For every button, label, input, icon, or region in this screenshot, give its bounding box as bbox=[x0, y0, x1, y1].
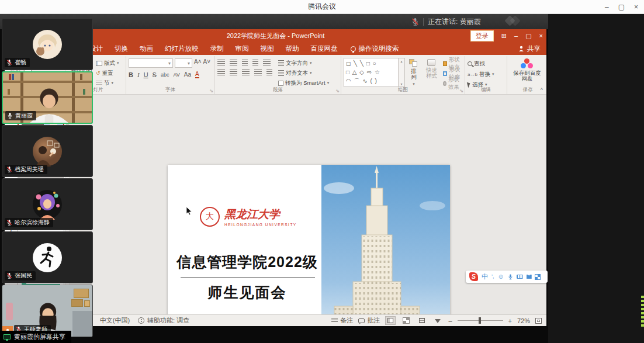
tab-record[interactable]: 录制 bbox=[205, 42, 230, 55]
find-button[interactable]: 查找 bbox=[468, 59, 504, 68]
dialog-launcher-icon[interactable]: ⇘ bbox=[459, 88, 463, 93]
screen-share-chip[interactable]: 黄丽霞的屏幕共享 bbox=[0, 331, 71, 343]
text-direction-button[interactable]: 文字方向▾ bbox=[278, 58, 329, 68]
columns-icon[interactable] bbox=[266, 70, 272, 75]
char-spacing-button[interactable]: AV bbox=[173, 72, 179, 78]
quick-styles-button[interactable]: 快速样式 bbox=[423, 58, 441, 88]
tab-review[interactable]: 审阅 bbox=[230, 42, 255, 55]
zoom-out-button[interactable]: – bbox=[448, 317, 452, 324]
participant-tile[interactable]: 崔畅 bbox=[2, 18, 93, 70]
screen-share-label: 黄丽霞的屏幕共享 bbox=[14, 332, 65, 341]
keyboard-icon[interactable] bbox=[517, 275, 523, 279]
ppt-close-button[interactable]: × bbox=[539, 32, 543, 39]
layout-icon bbox=[96, 61, 102, 66]
justify-icon[interactable] bbox=[254, 70, 262, 75]
language-status[interactable]: 中文(中国) bbox=[100, 316, 130, 325]
mic-muted-icon bbox=[6, 59, 12, 66]
align-right-icon[interactable] bbox=[242, 70, 250, 75]
bullets-icon[interactable] bbox=[217, 60, 225, 65]
skin-icon[interactable] bbox=[527, 275, 532, 279]
university-seal-icon bbox=[200, 207, 220, 227]
voice-input-icon[interactable] bbox=[508, 273, 513, 280]
mic-muted-icon bbox=[6, 272, 12, 279]
decrease-indent-icon[interactable] bbox=[242, 60, 248, 65]
ime-toolbar[interactable]: S 中 ’, ☺ bbox=[466, 271, 548, 283]
font-color-button[interactable]: A bbox=[195, 71, 199, 78]
grow-font-button[interactable]: A˄ bbox=[194, 58, 202, 68]
slideshow-view-button[interactable] bbox=[432, 316, 443, 325]
tab-animations[interactable]: 动画 bbox=[134, 42, 159, 55]
speaking-mic-icon bbox=[411, 18, 419, 26]
tab-view[interactable]: 视图 bbox=[255, 42, 280, 55]
login-button[interactable]: 登录 bbox=[470, 30, 494, 41]
align-text-button[interactable]: 对齐文本▾ bbox=[278, 68, 329, 78]
tab-help[interactable]: 帮助 bbox=[280, 42, 305, 55]
notes-button[interactable]: 备注 bbox=[331, 316, 353, 325]
shape-outline-icon bbox=[443, 71, 448, 76]
participant-tile-active-speaker[interactable]: 黄丽霞 bbox=[2, 71, 93, 124]
reset-icon: ↺ bbox=[96, 70, 101, 76]
collapse-ribbon-icon[interactable]: ^ bbox=[541, 87, 543, 93]
shapes-gallery[interactable]: ◻ ╲ ╲ □ ○ □ △ ◇ ⇨ ☆ ◠ ⌒ ∿ ( ) bbox=[344, 58, 399, 87]
line-spacing-icon[interactable] bbox=[263, 60, 271, 65]
italic-button[interactable]: I bbox=[137, 71, 140, 78]
underline-button[interactable]: U bbox=[144, 71, 148, 78]
sogou-logo-icon[interactable]: S bbox=[469, 272, 478, 281]
zoom-in-button[interactable]: + bbox=[508, 317, 512, 324]
fit-to-window-icon[interactable] bbox=[535, 318, 542, 324]
tell-me-search[interactable]: 操作说明搜索 bbox=[351, 42, 399, 55]
tab-slideshow[interactable]: 幻灯片放映 bbox=[159, 42, 205, 55]
tab-transitions[interactable]: 切换 bbox=[109, 42, 134, 55]
participants-sidebar bbox=[548, 14, 644, 343]
save-to-baidu-button[interactable]: 保存到百度网盘 bbox=[510, 57, 545, 84]
accessibility-status[interactable]: 辅助功能: 调查 bbox=[138, 316, 189, 325]
participant-tile[interactable]: 张国民 bbox=[2, 231, 93, 283]
strikethrough-button[interactable]: S bbox=[153, 71, 157, 78]
font-size-combo[interactable]: ▾ bbox=[175, 58, 192, 68]
arrange-button[interactable]: 排列▾ bbox=[407, 58, 420, 88]
change-case-button[interactable]: Aa bbox=[184, 71, 191, 78]
shapes-scrollbar[interactable]: ▴▾ bbox=[399, 58, 405, 87]
ppt-restore-button[interactable]: ▢ bbox=[525, 32, 531, 40]
normal-view-button[interactable] bbox=[385, 316, 396, 325]
minimize-button[interactable]: – bbox=[605, 3, 609, 11]
chinese-mode-icon[interactable]: 中 bbox=[482, 271, 488, 283]
align-center-icon[interactable] bbox=[230, 70, 237, 75]
dialog-launcher-icon[interactable]: ⇘ bbox=[335, 88, 340, 93]
ppt-minimize-button[interactable]: – bbox=[514, 32, 518, 39]
baidu-netdisk-icon bbox=[521, 58, 534, 69]
share-button[interactable]: 共享 bbox=[518, 42, 541, 55]
text-shadow-button[interactable]: abc bbox=[161, 72, 169, 78]
replace-button[interactable]: a↔b替换▾ bbox=[468, 70, 504, 79]
punctuation-icon[interactable]: ’, bbox=[491, 271, 494, 283]
illustration-avatar-icon bbox=[32, 189, 63, 220]
participant-tile[interactable]: 王硕老师 bbox=[2, 285, 93, 337]
meeting-titlebar: 腾讯会议 – ▢ × bbox=[0, 0, 644, 14]
slide-sorter-view-button[interactable] bbox=[401, 316, 411, 325]
ribbon-display-options-icon[interactable]: ⊞ bbox=[501, 32, 507, 40]
dialog-launcher-icon[interactable]: ⇘ bbox=[209, 88, 213, 93]
increase-indent-icon[interactable] bbox=[252, 60, 258, 65]
emoji-icon[interactable]: ☺ bbox=[498, 271, 504, 283]
reading-view-button[interactable] bbox=[417, 316, 427, 325]
font-name-combo[interactable]: ▾ bbox=[129, 58, 173, 68]
maximize-button[interactable]: ▢ bbox=[618, 3, 625, 11]
toolbox-icon[interactable] bbox=[535, 275, 540, 279]
zoom-slider[interactable] bbox=[458, 320, 503, 321]
zoom-level[interactable]: 72% bbox=[517, 317, 530, 324]
campus-building-photo bbox=[321, 165, 450, 314]
comments-button[interactable]: 批注 bbox=[358, 316, 380, 325]
participant-tile[interactable]: 档案周美瑶 bbox=[2, 125, 93, 177]
slide-canvas[interactable]: 黑龙江大学 HEILONGJIANG UNIVERSITY 信息管理学院2022… bbox=[168, 165, 450, 314]
tab-baidu-netdisk[interactable]: 百度网盘 bbox=[305, 42, 344, 55]
numbering-icon[interactable] bbox=[230, 60, 237, 65]
shrink-font-button[interactable]: A˅ bbox=[203, 58, 211, 68]
layout-button[interactable]: 版式▾ bbox=[96, 58, 119, 68]
reset-button[interactable]: ↺重置 bbox=[96, 68, 119, 78]
close-button[interactable]: × bbox=[634, 3, 638, 11]
participant-tile[interactable]: 哈尔滨徐海静 bbox=[2, 178, 93, 230]
arrange-icon bbox=[409, 59, 418, 67]
group-drawing: ◻ ╲ ╲ □ ○ □ △ ◇ ⇨ ☆ ◠ ⌒ ∿ ( ) ▴▾ 排列▾ 快速样… bbox=[341, 56, 465, 94]
bold-button[interactable]: B bbox=[129, 71, 133, 78]
align-left-icon[interactable] bbox=[217, 70, 225, 75]
